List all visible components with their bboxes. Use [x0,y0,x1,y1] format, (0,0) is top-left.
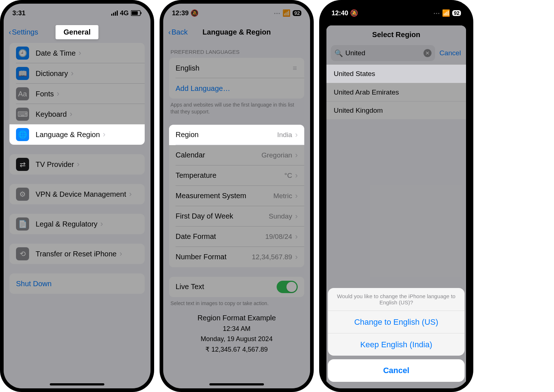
row-number-format[interactable]: Number Format 12,34,567.89 [169,247,304,267]
select-region-screen: 12:40 🔕 ⋯ 📶 92 Select Region 🔍 United ✕ … [323,4,470,388]
row-value: °C [284,172,292,180]
row-tv-provider[interactable]: ⇄ TV Provider [9,154,145,175]
chevron-right-icon [295,252,298,262]
chevron-right-icon [103,130,105,139]
cellular-dots-icon: ⋯ [274,9,280,17]
wifi-icon: 📶 [442,9,450,17]
row-label: Legal & Regulatory [36,220,97,228]
row-value: India [277,131,292,139]
cellular-signal-icon [111,11,118,16]
nav-title: Language & Region [202,28,271,36]
svg-rect-2 [141,12,141,14]
example-line-2: Monday, 19 August 2024 [163,334,310,344]
row-live-text[interactable]: Live Text [169,277,304,297]
row-language-english[interactable]: English ≡ [169,58,304,78]
chevron-right-icon [295,191,298,201]
battery-level: 92 [452,10,461,16]
result-uae[interactable]: United Arab Emirates [326,83,466,101]
clear-search-icon[interactable]: ✕ [423,49,431,57]
example-line-1: 12:34 AM [163,324,310,334]
row-vpn[interactable]: ⚙︎ VPN & Device Management [9,184,145,204]
back-button[interactable]: ‹ Settings [9,28,38,36]
example-line-3: ₹ 12,345.67 4,567.89 [163,344,310,355]
search-text: United [345,49,423,57]
chevron-right-icon [70,109,72,119]
chevron-right-icon [79,48,81,58]
result-uk[interactable]: United Kingdom [326,101,466,119]
result-label: United States [334,70,375,78]
row-date-time[interactable]: 🕘 Date & Time [9,43,145,63]
region-format-example: Region Format Example 12:34 AM Monday, 1… [163,307,310,360]
chevron-right-icon [295,151,298,160]
row-label: Transfer or Reset iPhone [36,250,117,258]
bell-off-icon: 🔕 [350,9,358,17]
row-legal[interactable]: 📄 Legal & Regulatory [9,214,145,234]
language-change-action-sheet: Would you like to change the iPhone lang… [328,288,465,382]
status-time: 12:40 [332,9,348,17]
back-button[interactable]: ‹ Back [168,28,188,36]
row-language-region[interactable]: 🌐 Language & Region [9,124,145,145]
row-fonts[interactable]: Aa Fonts [9,84,145,104]
keyboard-icon: ⌨︎ [16,108,29,121]
row-shut-down[interactable]: Shut Down [9,273,145,294]
svg-rect-1 [132,11,138,15]
result-label: United Arab Emirates [334,88,399,96]
tv-icon: ⇄ [16,158,29,171]
row-keyboard[interactable]: ⌨︎ Keyboard [9,104,145,124]
row-calendar[interactable]: Calendar Gregorian [169,145,304,165]
row-add-language[interactable]: Add Language… [169,78,304,99]
wifi-icon: 📶 [282,9,290,17]
row-label: Shut Down [16,280,52,288]
general-settings-screen: 3:31 4G ‹ Settings General 🕘 Date & Time… [4,4,150,388]
row-temperature[interactable]: Temperature °C [169,165,304,186]
status-time: 3:31 [12,9,25,17]
live-text-toggle[interactable] [277,281,298,293]
battery-level: 92 [293,10,301,16]
gear-icon: ⚙︎ [16,188,29,201]
row-label: VPN & Device Management [36,190,126,199]
row-region[interactable]: Region India [169,125,304,145]
keep-language-button[interactable]: Keep English (India) [328,333,465,356]
row-measurement[interactable]: Measurement System Metric [169,186,304,206]
home-indicator[interactable] [209,383,264,385]
nav-bar: ‹ Settings General [4,23,150,41]
row-first-day[interactable]: First Day of Week Sunday [169,206,304,227]
fonts-icon: Aa [16,87,29,100]
row-label: First Day of Week [176,212,233,220]
row-label: Fonts [36,90,54,98]
language-footnote: Apps and websites will use the first lan… [163,99,310,115]
row-label: Calendar [176,151,205,159]
row-label: Region [176,131,198,139]
certificate-icon: 📄 [16,217,29,231]
change-language-button[interactable]: Change to English (US) [328,311,465,333]
nav-title: General [56,25,99,39]
chevron-right-icon [295,212,298,221]
status-bar: 12:39 🔕 ⋯ 📶 92 [163,4,310,23]
status-time: 12:39 [172,9,189,17]
row-label: Keyboard [36,110,67,119]
action-sheet-message: Would you like to change the iPhone lang… [328,288,465,311]
row-label: Dictionary [36,69,68,78]
row-date-format[interactable]: Date Format 19/08/24 [169,227,304,247]
clock-icon: 🕘 [16,47,29,60]
row-transfer-reset[interactable]: ⟲ Transfer or Reset iPhone [9,244,145,264]
row-dictionary[interactable]: 📖 Dictionary [9,63,145,84]
status-bar: 12:40 🔕 ⋯ 📶 92 [323,4,470,23]
home-indicator[interactable] [50,383,104,385]
status-bar: 3:31 4G [4,4,150,23]
row-label: TV Provider [36,160,74,169]
chevron-right-icon [129,189,132,199]
row-value: Metric [273,192,292,200]
live-text-footnote: Select text in images to copy or take ac… [163,297,310,307]
reorder-handle-icon[interactable]: ≡ [293,64,298,72]
region-search-input[interactable]: 🔍 United ✕ [331,45,435,61]
back-label: Back [172,28,188,36]
action-sheet-cancel-button[interactable]: Cancel [328,359,465,382]
chevron-right-icon [295,130,298,140]
result-united-states[interactable]: United States [326,65,466,83]
row-label: Date & Time [36,49,76,57]
search-cancel-button[interactable]: Cancel [439,49,466,59]
row-value: 19/08/24 [265,233,292,241]
chevron-right-icon [120,249,122,259]
chevron-left-icon: ‹ [9,28,11,36]
